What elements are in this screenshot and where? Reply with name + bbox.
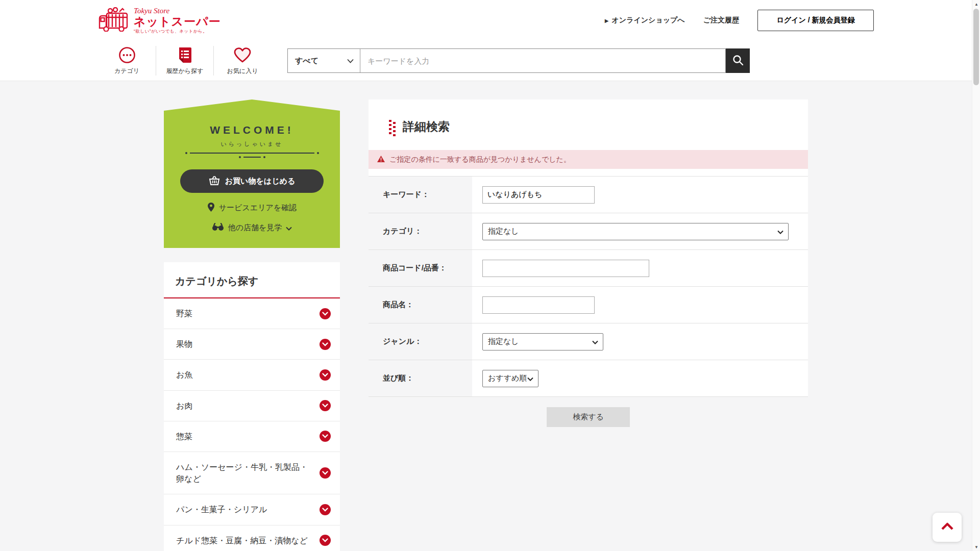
heart-icon (233, 46, 252, 64)
online-shop-link[interactable]: ▶ オンラインショップへ (605, 16, 685, 25)
nav-item-category[interactable]: カテゴリ (98, 46, 156, 76)
welcome-panel: WELCOME! いらっしゃいませ (164, 99, 340, 248)
product-code-label: 商品コード/品番： (369, 250, 472, 286)
scrollbar: ▲ ▼ (972, 0, 980, 551)
welcome-title: WELCOME! (180, 124, 324, 136)
no-results-alert: ご指定の条件に一致する商品が見つかりませんでした。 (369, 150, 808, 169)
keyword-field[interactable] (482, 186, 595, 204)
sidebar-item-meat[interactable]: お肉 (164, 391, 340, 421)
keyword-search-input[interactable] (360, 48, 726, 73)
decorative-divider (185, 152, 319, 158)
header: Tokyu Store ネットスーパー “欲しい”がいつでも、ネットから。 ▶ … (0, 0, 972, 41)
sort-label: 並び順： (369, 360, 472, 396)
shopping-basket-icon (209, 176, 220, 187)
chevron-down-icon (347, 56, 354, 65)
chevron-down-icon (592, 337, 598, 346)
start-shopping-button[interactable]: お買い物をはじめる (180, 169, 324, 193)
magnifier-icon (732, 54, 744, 68)
scrollbar-thumb[interactable] (973, 9, 979, 85)
chevron-down-circle-icon[interactable] (320, 308, 331, 319)
chevron-down-circle-icon[interactable] (320, 400, 331, 411)
store-logo[interactable]: Tokyu Store ネットスーパー “欲しい”がいつでも、ネットから。 (98, 7, 221, 34)
page-title: 詳細検索 (403, 119, 450, 135)
category-select[interactable]: 指定なし (482, 223, 789, 240)
sort-select[interactable]: おすすめ順 (482, 370, 538, 387)
product-name-field[interactable] (482, 296, 595, 314)
content-area: WELCOME! いらっしゃいませ (0, 81, 972, 551)
form-row-keyword: キーワード： (369, 177, 808, 213)
login-register-button[interactable]: ログイン / 新規会員登録 (757, 10, 874, 31)
sidebar-item-fruits[interactable]: 果物 (164, 329, 340, 360)
logo-brand-en: Tokyu Store (134, 7, 221, 15)
form-row-sort: 並び順： おすすめ順 (369, 360, 808, 397)
binoculars-icon (212, 223, 224, 233)
form-row-product-code: 商品コード/品番： (369, 250, 808, 287)
search-submit-button[interactable] (726, 48, 750, 73)
sidebar-title: カテゴリから探す (164, 262, 340, 298)
sidebar-item-vegetables[interactable]: 野菜 (164, 298, 340, 329)
form-row-product-name: 商品名： (369, 287, 808, 323)
category-sidebar: カテゴリから探す 野菜 果物 (164, 262, 340, 551)
sidebar-item-fish[interactable]: お魚 (164, 360, 340, 390)
other-stores-link[interactable]: 他の店舗を見学 (180, 223, 324, 233)
search-scope-select[interactable]: すべて (287, 48, 360, 73)
logo-brand-jp: ネットスーパー (134, 15, 221, 28)
chevron-down-circle-icon[interactable] (320, 467, 331, 479)
triangle-right-icon: ▶ (605, 18, 609, 23)
chevron-up-icon (941, 522, 954, 532)
form-row-genre: ジャンル： 指定なし (369, 323, 808, 360)
sidebar-item-ham-dairy-eggs[interactable]: ハム・ソーセージ・牛乳・乳製品・卵など (164, 452, 340, 494)
chevron-down-icon (527, 374, 533, 383)
warning-triangle-icon (377, 155, 385, 164)
history-list-icon (177, 46, 192, 64)
chevron-down-icon (286, 223, 292, 232)
dashed-bars-icon (389, 120, 396, 134)
nav-bar: カテゴリ (0, 41, 972, 81)
chevron-down-circle-icon[interactable] (320, 369, 331, 381)
category-label: カテゴリ： (369, 213, 472, 249)
sidebar-item-bread-sweets-cereal[interactable]: パン・生菓子・シリアル (164, 494, 340, 525)
chevron-down-circle-icon[interactable] (320, 504, 331, 515)
delivery-truck-icon (98, 7, 130, 34)
chevron-down-circle-icon[interactable] (320, 535, 331, 546)
nav-label-category: カテゴリ (114, 67, 139, 76)
keyword-label: キーワード： (369, 177, 472, 213)
sidebar-item-deli[interactable]: 惣菜 (164, 421, 340, 452)
product-code-field[interactable] (482, 260, 649, 277)
page: Tokyu Store ネットスーパー “欲しい”がいつでも、ネットから。 ▶ … (0, 0, 980, 551)
search-execute-button[interactable]: 検索する (547, 407, 630, 427)
nav-label-history: 履歴から探す (166, 67, 204, 76)
search-bar: すべて (287, 48, 750, 73)
chevron-down-circle-icon[interactable] (320, 339, 331, 350)
order-history-link[interactable]: ご注文履歴 (703, 16, 739, 25)
scrollbar-up-arrow[interactable]: ▲ (972, 0, 980, 8)
service-area-link[interactable]: サービスエリアを確認 (180, 202, 324, 214)
nav-item-favorites[interactable]: お気に入り (213, 46, 271, 76)
genre-select[interactable]: 指定なし (482, 333, 603, 350)
chevron-down-icon (777, 227, 783, 236)
sidebar-item-chilled-tofu-natto[interactable]: チルド惣菜・豆腐・納豆・漬物など (164, 525, 340, 551)
detail-search-form: キーワード： カテゴリ： 指定なし (369, 176, 808, 397)
nav-label-favorites: お気に入り (227, 67, 258, 76)
logo-tagline: “欲しい”がいつでも、ネットから。 (134, 29, 221, 34)
detail-search-panel: 詳細検索 ご指定の条件に一致する商品が見つかりませんでした。 (369, 99, 808, 397)
chevron-down-circle-icon[interactable] (320, 431, 331, 442)
genre-label: ジャンル： (369, 323, 472, 360)
ellipsis-circle-icon (118, 46, 136, 64)
map-pin-icon (207, 202, 215, 214)
product-name-label: 商品名： (369, 287, 472, 323)
nav-item-history[interactable]: 履歴から探す (156, 46, 213, 76)
scrollbar-down-arrow[interactable]: ▼ (972, 543, 980, 551)
scroll-to-top-button[interactable] (933, 513, 962, 542)
form-row-category: カテゴリ： 指定なし (369, 213, 808, 250)
welcome-subtitle: いらっしゃいませ (180, 140, 324, 148)
